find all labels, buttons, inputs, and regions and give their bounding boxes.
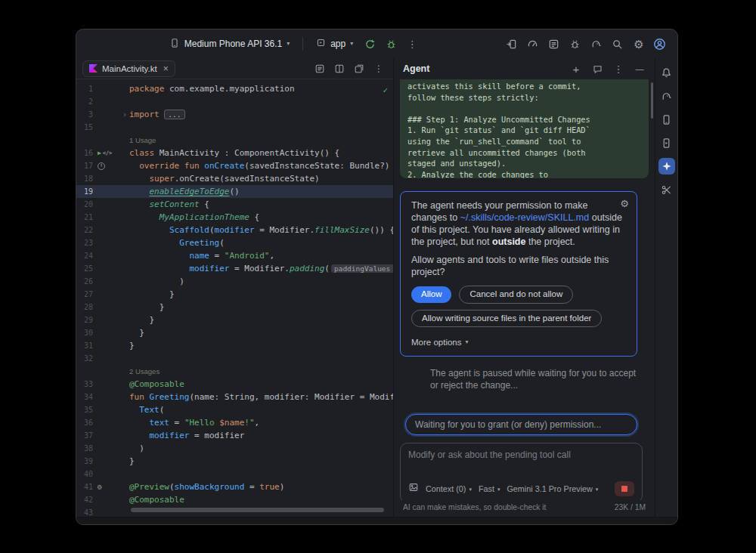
agent-footer: AI can make mistakes, so double-check it… xyxy=(394,500,655,517)
permission-text: The agent needs your permission to make … xyxy=(411,199,626,248)
toolbar-divider xyxy=(302,37,303,51)
code-row: 40 xyxy=(76,468,393,480)
agent-panel: Agent + ⋮ — activates this skill before … xyxy=(394,58,655,517)
desktop-background: Medium Phone API 36.1 ▾ app ▾ ⋮ xyxy=(0,0,756,553)
chat-input-box[interactable]: Modify or ask about the pending tool cal… xyxy=(400,443,643,500)
agent-scrollbar[interactable] xyxy=(651,82,653,119)
status-bar xyxy=(76,517,677,524)
chat-controls-row: Context (0)▾ Fast▾ Gemini 3.1 Pro Previe… xyxy=(408,481,634,496)
code-row: 27 } xyxy=(76,288,393,301)
inspections-ok-icon[interactable]: ✓ xyxy=(383,84,388,97)
fold-chevron-icon[interactable]: › xyxy=(120,108,129,121)
permission-wait-input[interactable]: Waiting for you to grant (or deny) permi… xyxy=(405,414,637,435)
code-row: 29 } xyxy=(76,314,393,326)
code-row: 39} xyxy=(76,455,393,468)
logcat-icon[interactable] xyxy=(544,34,564,54)
chat-input-placeholder: Modify or ask about the pending tool cal… xyxy=(408,450,634,481)
run-config-selector[interactable]: app ▾ xyxy=(311,35,358,53)
usage-hint-row: 1 Usage xyxy=(76,134,393,147)
phone-device-icon xyxy=(169,38,180,51)
main-toolbar: Medium Phone API 36.1 ▾ app ▾ ⋮ xyxy=(76,29,677,58)
agent-code-block: activates this skill before a commit,fol… xyxy=(400,79,649,178)
code-row: 3›import ... xyxy=(76,108,393,121)
allow-button[interactable]: Allow xyxy=(411,286,451,303)
code-row: 26 ) xyxy=(76,275,393,288)
skill-file-link[interactable]: ~/.skills/code-review/SKILL.md xyxy=(460,212,590,223)
hide-panel-icon[interactable]: — xyxy=(634,63,646,75)
app-insights-scissors-icon[interactable] xyxy=(658,181,675,198)
agent-panel-title: Agent xyxy=(403,63,429,74)
cancel-do-not-allow-button[interactable]: Cancel and do not allow xyxy=(459,286,573,304)
right-tool-stripe xyxy=(655,58,677,517)
settings-gear-icon[interactable]: ⚙ xyxy=(629,34,649,54)
model-selector[interactable]: Gemini 3.1 Pro Preview▾ xyxy=(507,484,598,493)
more-actions-icon[interactable]: ⋮ xyxy=(402,34,422,54)
more-options-button[interactable]: More options ▾ xyxy=(411,336,626,348)
agent-panel-header: Agent + ⋮ — xyxy=(394,58,655,79)
code-row: 15 xyxy=(76,121,393,134)
code-editor[interactable]: 1package com.example.myapplication23›imp… xyxy=(76,79,393,517)
device-selector-label: Medium Phone API 36.1 xyxy=(184,39,282,49)
split-editor-icon[interactable] xyxy=(331,60,348,77)
main-area: MainActivity.kt × ⋮ xyxy=(76,58,677,517)
usages-hint[interactable]: 1 Usage xyxy=(129,136,156,144)
gradle-icon[interactable] xyxy=(658,88,675,104)
code-lines: 1package com.example.myapplication23›imp… xyxy=(76,82,393,517)
editor-more-icon[interactable]: ⋮ xyxy=(370,60,387,77)
speed-selector[interactable]: Fast▾ xyxy=(479,484,500,493)
device-selector[interactable]: Medium Phone API 36.1 ▾ xyxy=(164,35,295,54)
code-row: 37 modifier = modifier xyxy=(76,429,393,442)
device-mirroring-icon[interactable] xyxy=(502,34,522,54)
chat-history-icon[interactable] xyxy=(591,63,603,75)
chevron-down-icon: ▾ xyxy=(287,41,290,47)
attach-image-icon[interactable] xyxy=(408,482,419,496)
run-gutter-icon[interactable]: ▶ xyxy=(98,150,101,156)
code-row: 17↑ override fun onCreate(savedInstanceS… xyxy=(76,159,393,172)
run-button[interactable] xyxy=(360,34,380,54)
horizontal-scrollbar[interactable] xyxy=(131,508,384,512)
code-row: 18 super.onCreate(savedInstanceState) xyxy=(76,172,393,185)
stop-square-icon xyxy=(621,486,627,492)
code-row: 23 Greeting( xyxy=(76,236,393,249)
code-row: 22 Scaffold(modifier = Modifier.fillMaxS… xyxy=(76,224,393,236)
code-row: 24 name = "Android", xyxy=(76,249,393,262)
kotlin-file-icon xyxy=(89,64,98,73)
float-window-icon[interactable] xyxy=(351,60,367,77)
usages-hint[interactable]: 2 Usages xyxy=(129,367,160,375)
search-icon[interactable] xyxy=(608,34,627,54)
code-row: 21 MyApplicationTheme { xyxy=(76,211,393,224)
tab-mainactivity[interactable]: MainActivity.kt × xyxy=(82,60,175,77)
agent-more-icon[interactable]: ⋮ xyxy=(612,63,624,75)
markup-gutter-icon[interactable]: </> xyxy=(103,150,112,156)
gradle-sync-icon[interactable] xyxy=(587,34,606,54)
device-manager-icon[interactable] xyxy=(658,111,675,128)
gemini-agent-icon[interactable] xyxy=(658,158,675,175)
permission-settings-gear-icon[interactable]: ⚙ xyxy=(620,199,629,209)
debug-button[interactable] xyxy=(381,34,401,54)
tab-close-icon[interactable]: × xyxy=(163,63,169,74)
token-count: 23K / 1M xyxy=(615,503,646,511)
code-row: 36 text = "Hello $name!", xyxy=(76,416,393,429)
agent-conversation[interactable]: activates this skill before a commit,fol… xyxy=(394,79,655,500)
override-gutter-icon[interactable]: ↑ xyxy=(98,162,105,170)
code-row: 38 ) xyxy=(76,442,393,455)
code-row: 42@Composable xyxy=(76,493,393,506)
code-row: 28 } xyxy=(76,301,393,314)
context-selector[interactable]: Context (0)▾ xyxy=(426,484,472,493)
allow-parent-folder-button[interactable]: Allow writing source files in the parent… xyxy=(411,310,602,328)
code-row: 32 xyxy=(76,352,393,365)
agent-paused-note: The agent is paused while waiting for yo… xyxy=(430,367,637,391)
stop-button[interactable] xyxy=(615,481,634,496)
new-chat-icon[interactable]: + xyxy=(570,63,582,75)
run-config-icon xyxy=(316,38,326,50)
reader-mode-icon[interactable] xyxy=(311,60,328,77)
preview-gutter-icon[interactable]: ⚙ xyxy=(98,483,102,491)
running-devices-icon[interactable] xyxy=(658,134,675,151)
profile-avatar-icon[interactable] xyxy=(650,34,670,54)
app-inspection-icon[interactable] xyxy=(565,34,585,54)
android-studio-window: Medium Phone API 36.1 ▾ app ▾ ⋮ xyxy=(76,29,678,525)
code-row: 30 } xyxy=(76,326,393,339)
profiler-icon[interactable] xyxy=(523,34,543,54)
chevron-down-icon: ▾ xyxy=(350,41,353,47)
notifications-bell-icon[interactable] xyxy=(658,64,675,81)
